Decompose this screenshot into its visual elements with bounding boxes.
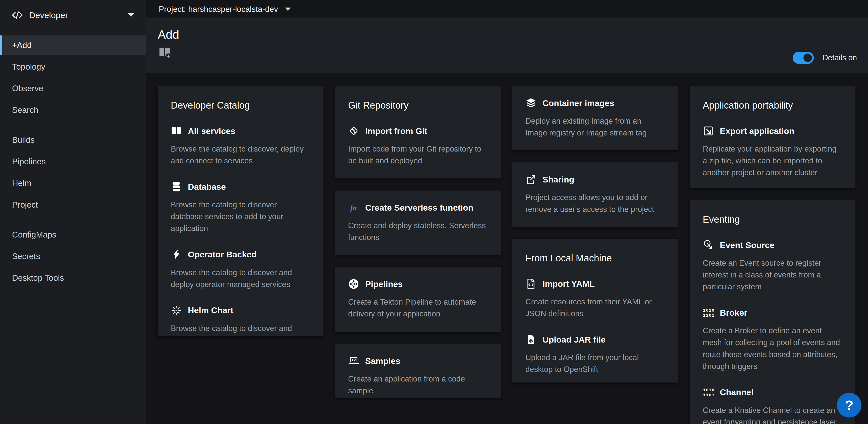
sidebar-item-configmaps[interactable]: ConfigMaps bbox=[0, 225, 146, 245]
add-option-description: Import code from your Git repository to … bbox=[348, 143, 488, 167]
add-option-link-operator-backed[interactable]: Operator Backed bbox=[171, 249, 310, 260]
add-option-event-source: Event SourceCreate an Event source to re… bbox=[703, 239, 842, 292]
file-upload-icon bbox=[525, 334, 536, 345]
perspective-switcher[interactable]: Developer bbox=[0, 0, 146, 30]
svg-text:fn: fn bbox=[350, 204, 357, 211]
sidebar-item-observe[interactable]: Observe bbox=[0, 79, 146, 98]
main-area: Project: harshcasper-localsta-dev Add De… bbox=[146, 0, 868, 424]
add-option-link-upload-jar-file[interactable]: Upload JAR file bbox=[525, 334, 665, 345]
add-option-link-channel[interactable]: 10101101Channel bbox=[703, 387, 842, 398]
add-option-import-yaml: Import YAMLCreate resources from their Y… bbox=[525, 278, 665, 319]
add-option-link-all-services[interactable]: All services bbox=[171, 125, 310, 137]
sidebar-item-topology[interactable]: Topology bbox=[0, 57, 146, 77]
project-selector-label: Project: harshcasper-localsta-dev bbox=[159, 4, 278, 14]
add-option-description: Deploy an existing Image from an Image r… bbox=[525, 115, 665, 139]
export-icon bbox=[703, 125, 714, 137]
card-developer-catalog: Developer CatalogAll servicesBrowse the … bbox=[158, 86, 323, 336]
add-option-label: Container images bbox=[542, 98, 614, 108]
project-selector[interactable]: Project: harshcasper-localsta-dev bbox=[159, 4, 290, 14]
help-button[interactable]: ? bbox=[837, 393, 862, 418]
perspective-label: Developer bbox=[29, 10, 68, 20]
add-option-description: Upload a JAR file from your local deskto… bbox=[525, 351, 665, 375]
add-option-all-services: All servicesBrowse the catalog to discov… bbox=[171, 125, 310, 167]
tekton-pipelines-icon bbox=[348, 279, 359, 289]
card-from-local-machine: From Local MachineImport YAMLCreate reso… bbox=[513, 239, 678, 383]
card-application-portability: Application portabilityExport applicatio… bbox=[690, 86, 856, 188]
add-option-export-application: Export applicationReplicate your applica… bbox=[703, 125, 842, 178]
add-option-description: Browse the catalog to discover, deploy a… bbox=[171, 143, 310, 167]
add-option-link-import-yaml[interactable]: Import YAML bbox=[525, 278, 665, 289]
add-option-link-samples[interactable]: Samples bbox=[348, 356, 488, 366]
add-page-content: Developer CatalogAll servicesBrowse the … bbox=[146, 73, 868, 424]
add-option-label: Upload JAR file bbox=[542, 335, 606, 345]
add-option-label: Pipelines bbox=[365, 279, 403, 289]
details-toggle-label: Details on bbox=[822, 53, 857, 62]
helm-icon: HELM bbox=[171, 305, 182, 316]
add-option-description: Browse the catalog to discover and insta… bbox=[171, 322, 310, 336]
add-option-link-database[interactable]: Database bbox=[171, 181, 310, 192]
binary-icon: 10101101 bbox=[703, 387, 714, 398]
add-option-database: DatabaseBrowse the catalog to discover d… bbox=[171, 181, 310, 234]
add-option-sharing: SharingProject access allows you to add … bbox=[525, 174, 665, 215]
toggle-knob bbox=[803, 54, 812, 62]
add-option-description: Create resources from their YAML or JSON… bbox=[525, 296, 665, 319]
layers-icon bbox=[525, 97, 536, 109]
add-option-label: Samples bbox=[365, 356, 400, 366]
details-toggle-group: Details on bbox=[793, 52, 857, 64]
sidebar-item-pipelines[interactable]: Pipelines bbox=[0, 152, 146, 171]
add-option-label: All services bbox=[188, 126, 235, 136]
sidebar-item-add[interactable]: +Add bbox=[0, 35, 146, 55]
database-icon bbox=[171, 181, 182, 192]
sidebar-item-secrets[interactable]: Secrets bbox=[0, 247, 146, 266]
book-plus-icon[interactable] bbox=[158, 46, 172, 60]
card-sharing: SharingProject access allows you to add … bbox=[513, 162, 678, 227]
add-option-label: Operator Backed bbox=[188, 250, 257, 259]
details-toggle[interactable] bbox=[793, 52, 814, 64]
sidebar-group-1: +AddTopologyObserveSearch bbox=[0, 30, 146, 125]
add-option-label: Import from Git bbox=[365, 126, 427, 136]
add-option-link-import-from-git[interactable]: Import from Git bbox=[348, 125, 488, 137]
chevron-down-icon bbox=[128, 13, 134, 17]
svg-text:1101: 1101 bbox=[703, 393, 714, 397]
chevron-down-icon bbox=[285, 7, 290, 11]
add-option-link-sharing[interactable]: Sharing bbox=[525, 174, 665, 185]
add-option-operator-backed: Operator BackedBrowse the catalog to dis… bbox=[171, 249, 310, 290]
add-option-description: Create a Tekton Pipeline to automate del… bbox=[348, 296, 488, 320]
add-option-import-from-git: Import from GitImport code from your Git… bbox=[348, 125, 488, 167]
add-option-description: Create a Knative Channel to create an ev… bbox=[703, 404, 842, 424]
add-option-create-serverless-function: fnCreate Serverless functionCreate and d… bbox=[348, 202, 488, 243]
add-option-link-export-application[interactable]: Export application bbox=[703, 125, 842, 137]
card-column-1: Developer CatalogAll servicesBrowse the … bbox=[158, 86, 323, 336]
card-title-application-portability: Application portability bbox=[703, 100, 842, 111]
card-title-from-local-machine: From Local Machine bbox=[525, 253, 665, 264]
card-column-4: Application portabilityExport applicatio… bbox=[690, 86, 856, 424]
add-option-description: Project access allows you to add or remo… bbox=[525, 192, 665, 215]
sidebar-item-project[interactable]: Project bbox=[0, 195, 146, 215]
add-option-description: Browse the catalog to discover and deplo… bbox=[171, 267, 310, 290]
sidebar-item-desktop-tools[interactable]: Desktop Tools bbox=[0, 268, 146, 288]
binary-icon: 10101101 bbox=[703, 307, 714, 318]
sidebar-item-helm[interactable]: Helm bbox=[0, 173, 146, 193]
add-option-link-pipelines[interactable]: Pipelines bbox=[348, 279, 488, 289]
card-column-2: Git RepositoryImport from GitImport code… bbox=[335, 86, 501, 398]
add-option-link-container-images[interactable]: Container images bbox=[525, 97, 665, 109]
add-option-description: Replicate your application by exporting … bbox=[703, 143, 842, 178]
sidebar-group-2: BuildsPipelinesHelmProject bbox=[0, 125, 146, 220]
add-option-upload-jar-file: Upload JAR fileUpload a JAR file from yo… bbox=[525, 334, 665, 375]
add-option-description: Browse the catalog to discover database … bbox=[171, 199, 310, 234]
add-option-link-helm-chart[interactable]: HELMHelm Chart bbox=[171, 305, 310, 316]
svg-text:HELM: HELM bbox=[173, 309, 179, 312]
sidebar-item-builds[interactable]: Builds bbox=[0, 130, 146, 150]
add-option-link-create-serverless-function[interactable]: fnCreate Serverless function bbox=[348, 202, 488, 213]
add-option-link-broker[interactable]: 10101101Broker bbox=[703, 307, 842, 318]
card-samples: SamplesCreate an application from a code… bbox=[335, 344, 501, 398]
add-option-container-images: Container imagesDeploy an existing Image… bbox=[525, 97, 665, 139]
share-icon bbox=[525, 174, 536, 185]
add-option-label: Channel bbox=[720, 387, 753, 397]
add-option-link-event-source[interactable]: Event Source bbox=[703, 239, 842, 251]
add-option-pipelines: PipelinesCreate a Tekton Pipeline to aut… bbox=[348, 279, 488, 320]
card-title-developer-catalog: Developer Catalog bbox=[171, 100, 310, 111]
add-option-label: Event Source bbox=[720, 240, 774, 250]
sidebar-item-search[interactable]: Search bbox=[0, 100, 146, 120]
code-icon bbox=[11, 9, 23, 21]
